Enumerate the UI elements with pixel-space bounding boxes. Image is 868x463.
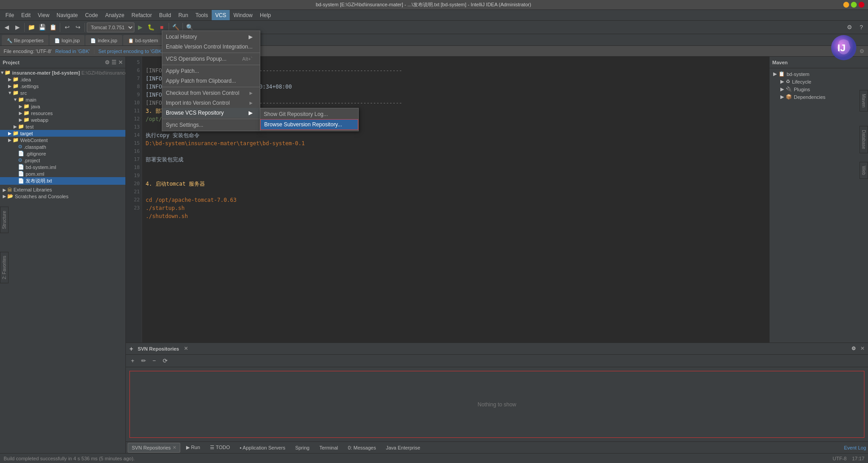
vcs-checkout[interactable]: Checkout from Version Control bbox=[162, 88, 260, 98]
tab-file-properties[interactable]: 🔧 file.properties bbox=[2, 35, 49, 45]
minimize-button[interactable] bbox=[843, 2, 849, 8]
tree-webapp[interactable]: ▶ 📁 webapp bbox=[0, 116, 125, 123]
sidebar-close-icon[interactable]: ✕ bbox=[118, 59, 123, 66]
event-log-btn[interactable]: Event Log bbox=[844, 445, 866, 450]
toolbar-run-btn[interactable]: ▶ bbox=[135, 22, 145, 32]
vtab-database[interactable]: Database bbox=[859, 126, 868, 153]
maven-dependencies[interactable]: ▶ 📦 Dependencies bbox=[770, 93, 868, 101]
toolbar-settings-btn[interactable]: ⚙ bbox=[845, 22, 855, 32]
vcs-apply-patch-clipboard[interactable]: Apply Patch from Clipboard... bbox=[162, 76, 260, 86]
maven-bd-system[interactable]: ▶ 📋 bd-system bbox=[770, 70, 868, 78]
maven-lifecycle[interactable]: ▶ ♻ Lifecycle bbox=[770, 78, 868, 85]
toolbar-redo-btn[interactable]: ↪ bbox=[73, 22, 83, 32]
maven-plugins-arrow: ▶ bbox=[780, 86, 784, 92]
vcs-operations-popup[interactable]: VCS Operations Popup... Alt+` bbox=[162, 54, 260, 64]
tree-fabu-txt[interactable]: 📄 发布说明.txt bbox=[0, 177, 125, 185]
vtab-web[interactable]: Web bbox=[859, 162, 868, 179]
tree-gitignore[interactable]: 📄 .gitignore bbox=[0, 150, 125, 157]
toolbar-save-all-btn[interactable]: 📋 bbox=[48, 22, 58, 32]
menu-help[interactable]: Help bbox=[256, 10, 275, 20]
svn-edit-btn[interactable]: ✏ bbox=[138, 356, 148, 366]
bottom-tab-messages[interactable]: 0: Messages bbox=[344, 443, 380, 453]
menu-tools[interactable]: Tools bbox=[192, 10, 212, 20]
tree-src[interactable]: ▼ 📁 src bbox=[0, 89, 125, 96]
tree-external-libs[interactable]: ▶ 🏛 External Libraries bbox=[0, 187, 125, 193]
menu-window[interactable]: Window bbox=[230, 10, 256, 20]
sidebar-layout-icon[interactable]: ☰ bbox=[111, 59, 116, 66]
svn-panel-close-icon[interactable]: ✕ bbox=[860, 346, 864, 352]
vtab-maven[interactable]: Maven bbox=[859, 90, 868, 111]
menu-code[interactable]: Code bbox=[81, 10, 102, 20]
notif-gear-icon[interactable]: ⚙ bbox=[859, 48, 864, 54]
tree-iml[interactable]: 📄 bd-system.iml bbox=[0, 164, 125, 170]
line-number: 10 bbox=[126, 99, 140, 107]
vcs-browse-repo[interactable]: Browse VCS Repository ▶ Show Git Reposit… bbox=[162, 108, 260, 118]
menu-view[interactable]: View bbox=[34, 10, 53, 20]
menu-build[interactable]: Build bbox=[156, 10, 175, 20]
tree-test[interactable]: ▶ 📁 test bbox=[0, 123, 125, 130]
bottom-tab-appservers[interactable]: ▪ Application Servers bbox=[236, 443, 289, 453]
close-button[interactable] bbox=[859, 2, 864, 8]
tree-root[interactable]: ▼ 📁 insurance-mater [bd-system] E:\GZH\b… bbox=[0, 69, 125, 76]
set-encoding-gbk-btn[interactable]: Set project encoding to 'GBK' bbox=[98, 49, 163, 54]
tree-project-file[interactable]: ⚙ .project bbox=[0, 157, 125, 164]
toolbar-debug-btn[interactable]: 🐛 bbox=[146, 22, 156, 32]
reload-gbk-btn[interactable]: Reload in 'GBK' bbox=[55, 49, 90, 54]
tab-label-index: index.jsp bbox=[98, 38, 117, 43]
tree-scratches[interactable]: ▶ 📂 Scratches and Consoles bbox=[0, 193, 125, 200]
vtab-favorites[interactable]: 2: Favorites bbox=[0, 252, 9, 283]
tree-target[interactable]: ▶ 📁 target bbox=[0, 130, 125, 137]
vtab-structure[interactable]: Structure bbox=[0, 207, 9, 233]
bottom-tab-svn[interactable]: SVN Repositories ✕ bbox=[128, 443, 180, 453]
tab-login-jsp[interactable]: 📄 login.jsp bbox=[49, 35, 85, 45]
menu-run[interactable]: Run bbox=[175, 10, 192, 20]
run-config-selector[interactable]: Tomcat 7.0.751 bbox=[87, 22, 134, 32]
svn-refresh-btn[interactable]: ⟳ bbox=[160, 356, 170, 366]
vcs-import[interactable]: Import into Version Control bbox=[162, 98, 260, 108]
tree-classpath[interactable]: ⚙ .classpath bbox=[0, 143, 125, 150]
bottom-tab-terminal[interactable]: Terminal bbox=[315, 443, 342, 453]
toolbar-undo-btn[interactable]: ↩ bbox=[62, 22, 72, 32]
vcs-local-history[interactable]: Local History ▶ bbox=[162, 32, 260, 42]
tree-main[interactable]: ▼ 📁 main bbox=[0, 96, 125, 103]
sidebar-settings-icon[interactable]: ⚙ bbox=[105, 59, 110, 66]
toolbar-save-btn[interactable]: 💾 bbox=[37, 22, 47, 32]
tree-idea[interactable]: ▶ 📁 .idea bbox=[0, 76, 125, 83]
line-col-label[interactable]: 17:17 bbox=[852, 456, 864, 461]
toolbar-back-btn[interactable]: ◀ bbox=[2, 22, 12, 32]
menu-vcs[interactable]: VCS bbox=[212, 10, 230, 20]
toolbar-forward-btn[interactable]: ▶ bbox=[13, 22, 22, 32]
submenu-browse-svn[interactable]: Browse Subversion Repository... bbox=[260, 119, 358, 130]
bottom-tab-spring[interactable]: Spring bbox=[291, 443, 314, 453]
maximize-button[interactable] bbox=[851, 2, 857, 8]
toolbar-open-btn[interactable]: 📁 bbox=[27, 22, 36, 32]
vcs-enable[interactable]: Enable Version Control Integration... bbox=[162, 42, 260, 52]
tree-resources[interactable]: ▶ 📁 resources bbox=[0, 110, 125, 116]
menu-edit[interactable]: Edit bbox=[18, 10, 34, 20]
bottom-tab-svn-close[interactable]: ✕ bbox=[173, 445, 176, 450]
tree-webcontent[interactable]: ▶ 📁 WebContent bbox=[0, 137, 125, 143]
svn-gear-icon[interactable]: ⚙ bbox=[851, 346, 856, 352]
menu-analyze[interactable]: Analyze bbox=[102, 10, 128, 20]
vcs-sync-settings[interactable]: Sync Settings... bbox=[162, 120, 260, 130]
maven-plugins[interactable]: ▶ 🔌 Plugins bbox=[770, 85, 868, 93]
tree-settings[interactable]: ▶ 📁 .settings bbox=[0, 83, 125, 89]
menu-navigate[interactable]: Navigate bbox=[53, 10, 81, 20]
tab-bd-system[interactable]: 📋 bd-system bbox=[123, 35, 163, 45]
bottom-tab-java-enterprise[interactable]: Java Enterprise bbox=[382, 443, 424, 453]
bottom-tab-todo[interactable]: ☰ TODO bbox=[206, 443, 234, 453]
menu-file[interactable]: File bbox=[2, 10, 18, 20]
menu-refactor[interactable]: Refactor bbox=[128, 10, 156, 20]
tree-pom[interactable]: 📄 pom.xml bbox=[0, 170, 125, 177]
bottom-tab-run[interactable]: ▶ Run bbox=[182, 443, 204, 453]
toolbar-help-btn[interactable]: ? bbox=[856, 22, 866, 32]
svn-remove-btn[interactable]: − bbox=[149, 356, 159, 366]
svn-add-btn[interactable]: + bbox=[128, 356, 138, 366]
encoding-label[interactable]: UTF-8 bbox=[832, 456, 846, 461]
tree-java[interactable]: ▶ 📁 java bbox=[0, 103, 125, 110]
svn-close-tab-icon[interactable]: ✕ bbox=[184, 346, 188, 352]
vcs-apply-patch[interactable]: Apply Patch... bbox=[162, 66, 260, 76]
tab-index-jsp[interactable]: 📄 index.jsp bbox=[85, 35, 122, 45]
svn-plus-icon[interactable]: + bbox=[129, 345, 133, 352]
submenu-show-git[interactable]: Show Git Repository Log... bbox=[260, 109, 358, 119]
